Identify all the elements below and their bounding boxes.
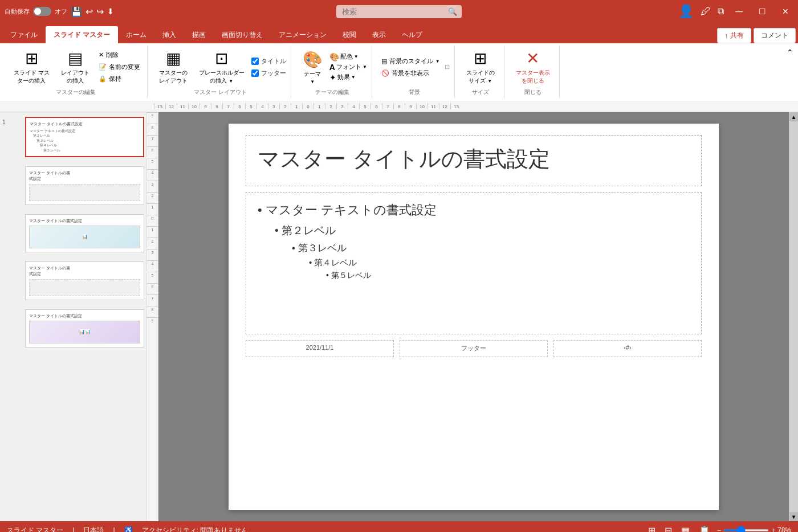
footer-checkbox-label[interactable]: フッター: [251, 69, 286, 77]
footer-checkbox[interactable]: [251, 69, 259, 77]
maximize-btn[interactable]: ☐: [754, 7, 771, 16]
ribbon-group-size: ⊞ スライドのサイズ ▼ サイズ: [457, 46, 504, 99]
rename-button[interactable]: 📝 名前の変更: [96, 62, 142, 72]
ribbon-group-theme: 🎨 テーマ▼ 🎨 配色 ▼ A フォント ▼ ✦ 効果 ▼: [294, 46, 372, 99]
tab-insert[interactable]: 挿入: [154, 26, 184, 43]
master-edit-label: マスターの編集: [56, 86, 96, 96]
view-slide-icon[interactable]: ▦: [679, 524, 692, 533]
undo-icon[interactable]: ↩: [85, 6, 93, 17]
scrollbar-right[interactable]: ▲ ▼: [789, 112, 798, 521]
background-label: 背景: [409, 86, 420, 96]
slide-item-1[interactable]: 1 マスター タイトルの書式設定 マスター テキストの書式設定 第２レベル 第３…: [2, 117, 144, 162]
tab-help[interactable]: ヘルプ: [394, 26, 430, 43]
tab-transitions[interactable]: 画面切り替え: [214, 26, 271, 43]
footer-text[interactable]: フッター: [400, 340, 548, 357]
zoom-slider[interactable]: [723, 529, 769, 531]
share-button[interactable]: ↑ 共有: [717, 28, 751, 43]
title-checkbox[interactable]: [251, 58, 259, 65]
search-icon: 🔍: [448, 7, 457, 16]
slide-thumb-title-3: マスター タイトルの書式設定: [29, 218, 140, 224]
ruler-horizontal: 131211 1098 765 432 101 234 567 8910 111…: [0, 101, 798, 112]
insert-slide-master-button[interactable]: ⊞ スライド マスターの挿入: [9, 48, 54, 86]
slide-thumb-title-4: マスター タイトルの書式設定: [29, 265, 140, 277]
search-area: 🔍: [336, 5, 462, 18]
slide-thumb-3[interactable]: マスター タイトルの書式設定 📊: [25, 214, 144, 252]
slide-size-button[interactable]: ⊞ スライドのサイズ ▼: [462, 48, 499, 86]
slide-panel: 1 マスター タイトルの書式設定 マスター テキストの書式設定 第２レベル 第３…: [0, 112, 147, 521]
customize-icon[interactable]: ⬇: [107, 7, 114, 16]
slide-canvas[interactable]: マスター タイトルの書式設定 • マスター テキストの書式設定 • 第２レベル …: [229, 124, 719, 510]
zoom-out-icon[interactable]: −: [717, 526, 721, 532]
master-layout-icon: ▦: [166, 49, 181, 68]
hide-bg-button[interactable]: 🚫 背景を非表示: [379, 68, 442, 79]
slide-content[interactable]: • マスター テキストの書式設定 • 第２レベル • 第３レベル • 第４レベル…: [246, 192, 702, 334]
preserve-button[interactable]: 🔒 保持: [96, 73, 142, 84]
footer-date[interactable]: 2021/11/1: [246, 340, 394, 357]
slide-num-1: 1: [2, 117, 13, 162]
status-mode: スライド マスター: [7, 526, 63, 533]
title-checkbox-label[interactable]: タイトル: [251, 57, 286, 66]
scroll-down-btn[interactable]: ▼: [789, 512, 799, 521]
slide-num-2: [2, 166, 13, 210]
close-master-icon: ✕: [526, 49, 539, 68]
ribbon-collapse-icon[interactable]: ⌃: [787, 48, 793, 57]
slide-thumb-4[interactable]: マスター タイトルの書式設定: [25, 261, 144, 300]
theme-button[interactable]: 🎨 テーマ▼: [298, 49, 327, 85]
insert-layout-button[interactable]: ▤ レイアウトの挿入: [56, 48, 94, 86]
restore-icon[interactable]: ⧉: [718, 6, 724, 17]
canvas-area[interactable]: マスター タイトルの書式設定 • マスター テキストの書式設定 • 第２レベル …: [158, 112, 789, 521]
master-layout-label: マスター レイアウト: [194, 86, 247, 96]
comment-button[interactable]: コメント: [754, 28, 796, 43]
view-normal-icon[interactable]: ⊞: [646, 524, 658, 533]
theme-icon: 🎨: [303, 50, 323, 69]
tab-slide-master[interactable]: スライド マスター: [46, 26, 118, 43]
bg-style-icon: ▤: [381, 58, 387, 65]
save-icon[interactable]: 💾: [71, 6, 82, 17]
insert-layout-icon: ▤: [68, 49, 83, 68]
main-area: 1 マスター タイトルの書式設定 マスター テキストの書式設定 第２レベル 第３…: [0, 112, 798, 521]
user-icon[interactable]: 👤: [678, 4, 694, 19]
slide-item-4[interactable]: マスター タイトルの書式設定: [2, 261, 144, 305]
tab-view[interactable]: 表示: [364, 26, 394, 43]
insert-placeholder-button[interactable]: ⊡ プレースホルダーの挿入 ▼: [194, 48, 249, 86]
slide-num-5: [2, 309, 13, 352]
slide-thumb-title-1: マスター タイトルの書式設定: [30, 121, 140, 127]
ribbon-group-close: ✕ マスター表示を閉じる 閉じる: [507, 46, 560, 99]
footer-page[interactable]: ‹#›: [553, 340, 702, 357]
accessibility-icon: ♿: [124, 526, 133, 532]
minimize-btn[interactable]: ─: [731, 6, 747, 18]
master-layout-button[interactable]: ▦ マスターのレイアウト: [154, 48, 192, 86]
slide-thumb-5[interactable]: マスター タイトルの書式設定 📊📊: [25, 309, 144, 347]
tab-review[interactable]: 校閲: [335, 26, 364, 43]
slide-thumb-2[interactable]: マスター タイトルの書式設定: [25, 166, 144, 205]
view-outline-icon[interactable]: ⊟: [662, 524, 674, 533]
slide-thumb-image-5: 📊📊: [29, 321, 140, 343]
tab-home[interactable]: ホーム: [118, 26, 154, 43]
tab-animations[interactable]: アニメーション: [271, 26, 335, 43]
color-icon: 🎨: [329, 52, 339, 62]
bg-style-button[interactable]: ▤ 背景のスタイル ▼: [379, 56, 442, 67]
pen-icon[interactable]: 🖊: [701, 6, 711, 18]
slide-item-3[interactable]: マスター タイトルの書式設定 📊: [2, 214, 144, 257]
slide-title[interactable]: マスター タイトルの書式設定: [246, 135, 702, 186]
scroll-up-btn[interactable]: ▲: [789, 112, 799, 121]
slide-item-5[interactable]: マスター タイトルの書式設定 📊📊: [2, 309, 144, 352]
slide-thumb-title-2: マスター タイトルの書式設定: [29, 170, 140, 182]
tab-file[interactable]: ファイル: [2, 26, 46, 43]
close-btn[interactable]: ✕: [777, 7, 793, 16]
zoom-in-icon[interactable]: +: [771, 526, 775, 532]
slide-thumb-1[interactable]: マスター タイトルの書式設定 マスター テキストの書式設定 第２レベル 第３レベ…: [25, 117, 144, 157]
tab-draw[interactable]: 描画: [184, 26, 214, 43]
view-notes-icon[interactable]: 📋: [697, 524, 712, 533]
content-level5: • 第５レベル: [326, 271, 690, 281]
search-input[interactable]: [336, 5, 462, 18]
background-expand-icon[interactable]: ⊡: [445, 63, 450, 71]
status-accessibility: アクセシビリティ: 問題ありません: [142, 526, 249, 533]
redo-icon[interactable]: ↪: [96, 6, 104, 17]
slide-thumb-placeholder-2: [29, 184, 140, 201]
delete-button[interactable]: ✕ 削除: [96, 50, 142, 60]
autosave-toggle[interactable]: [33, 7, 51, 16]
close-master-button[interactable]: ✕ マスター表示を閉じる: [511, 48, 555, 86]
effect-icon: ✦: [329, 73, 336, 82]
slide-item-2[interactable]: マスター タイトルの書式設定: [2, 166, 144, 210]
